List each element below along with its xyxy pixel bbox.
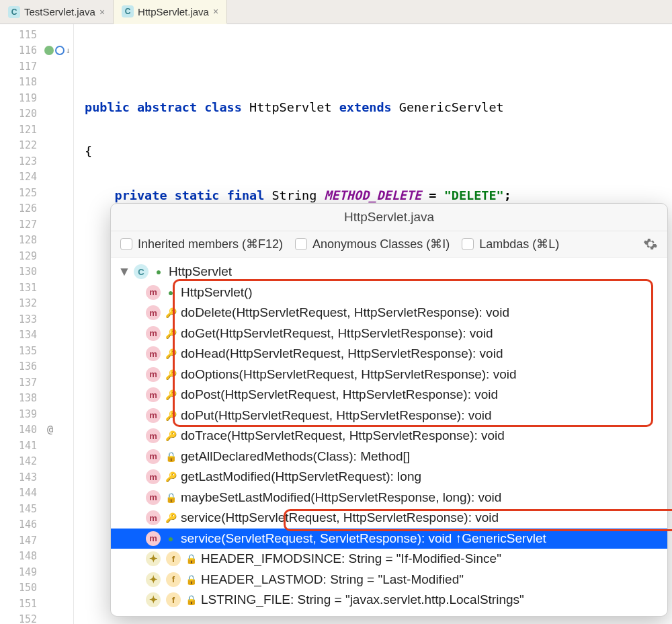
structure-item-label: HEADER_IFMODSINCE: String = "If-Modified… <box>201 551 501 566</box>
tree-root[interactable]: ▼ C ● HttpServlet <box>111 262 667 282</box>
method-icon: m <box>146 469 161 484</box>
class-name: GenericServlet <box>399 100 504 114</box>
tab-label: HttpServlet.java <box>138 6 209 17</box>
chevron-down-icon[interactable]: ▼ <box>120 264 128 279</box>
visibility-icon: 🔑 <box>166 390 175 399</box>
structure-item-label: doGet(HttpServletRequest, HttpServletRes… <box>181 326 493 341</box>
structure-item[interactable]: ✦f🔒HEADER_IFMODSINCE: String = "If-Modif… <box>111 549 667 570</box>
field-icon: f <box>166 592 181 607</box>
gutter-line: 125 <box>0 185 73 201</box>
gutter-line: 120 <box>0 106 73 122</box>
gutter-line: 152 <box>0 612 73 625</box>
gutter-line: 129 <box>0 248 73 264</box>
gutter-line: 127 <box>0 217 73 233</box>
method-icon: m <box>146 490 161 505</box>
tab-label: TestServlet.java <box>24 6 95 17</box>
structure-item[interactable]: m🔑doPut(HttpServletRequest, HttpServletR… <box>111 405 667 426</box>
visibility-icon: 🔒 <box>166 452 175 461</box>
annotation-marker: @ <box>47 424 53 436</box>
structure-item[interactable]: m🔑doDelete(HttpServletRequest, HttpServl… <box>111 303 667 323</box>
structure-item-label: doDelete(HttpServletRequest, HttpServlet… <box>181 305 509 320</box>
visibility-icon: 🔒 <box>186 554 196 563</box>
static-field-icon: ✦ <box>146 572 161 587</box>
structure-item[interactable]: m🔑doTrace(HttpServletRequest, HttpServle… <box>111 426 667 446</box>
structure-item-label: getAllDeclaredMethods(Class): Method[] <box>181 449 410 464</box>
method-icon: m <box>146 510 161 525</box>
structure-item-label: LSTRING_FILE: String = "javax.servlet.ht… <box>201 592 524 607</box>
check-label: Anonymous Classes (⌘I) <box>312 237 450 251</box>
structure-item[interactable]: m🔒maybeSetLastModified(HttpServletRespon… <box>111 488 667 508</box>
gutter-line: 124 <box>0 169 73 186</box>
popup-title: HttpServlet.java <box>111 204 667 231</box>
structure-item[interactable]: m🔑doOptions(HttpServletRequest, HttpServ… <box>111 364 667 385</box>
check-lambdas[interactable]: Lambdas (⌘L) <box>462 237 559 251</box>
gutter-line: 121 <box>0 122 73 138</box>
brace: { <box>74 143 672 159</box>
structure-item-label: service(HttpServletRequest, HttpServletR… <box>181 510 499 525</box>
gutter-line: 150 <box>0 580 73 596</box>
gutter-line: 118 <box>0 75 73 91</box>
structure-item[interactable]: ✦f🔒HEADER_LASTMOD: String = "Last-Modifi… <box>111 570 667 590</box>
gear-icon[interactable] <box>643 237 658 251</box>
gutter-line: 143 <box>0 469 73 485</box>
visibility-icon: 🔒 <box>166 493 175 502</box>
visibility-icon: 🔑 <box>166 370 175 379</box>
tab-testservlet[interactable]: C TestServlet.java × <box>0 0 114 24</box>
structure-item[interactable]: m🔒getAllDeclaredMethods(Class): Method[] <box>111 446 667 467</box>
gutter-line: 130 <box>0 264 73 280</box>
gutter-line: 117 <box>0 58 73 75</box>
gutter-line: 140@ <box>0 422 73 438</box>
method-icon: m <box>146 531 161 546</box>
static-field-icon: ✦ <box>146 592 161 607</box>
java-class-icon: C <box>8 6 20 18</box>
gutter-line: 133 <box>0 311 73 327</box>
method-icon: m <box>146 305 161 320</box>
structure-item-label: maybeSetLastModified(HttpServletResponse… <box>181 490 501 505</box>
structure-item[interactable]: m🔑doPost(HttpServletRequest, HttpServlet… <box>111 385 667 405</box>
structure-item[interactable]: m●service(ServletRequest, ServletRespons… <box>111 529 667 549</box>
structure-item[interactable]: m🔑doHead(HttpServletRequest, HttpServlet… <box>111 344 667 364</box>
structure-item-label: HttpServlet() <box>181 285 253 300</box>
line-gutter: 115116↓117118119120121122123124125126127… <box>0 24 74 624</box>
checkbox-icon <box>120 238 132 250</box>
tab-httpservlet[interactable]: C HttpServlet.java × <box>114 0 227 24</box>
gutter-line: 122 <box>0 138 73 154</box>
gutter-line: 138 <box>0 391 73 407</box>
visibility-icon: 🔑 <box>166 431 175 440</box>
structure-item-label: doPut(HttpServletRequest, HttpServletRes… <box>181 408 492 423</box>
checkbox-icon <box>462 238 474 250</box>
close-icon[interactable]: × <box>99 7 105 17</box>
gutter-line: 115 <box>0 27 73 43</box>
structure-item[interactable]: m🔑service(HttpServletRequest, HttpServle… <box>111 508 667 529</box>
keyword: public abstract class <box>85 100 242 114</box>
check-inherited[interactable]: Inherited members (⌘F12) <box>120 237 283 251</box>
structure-item[interactable]: m🔑getLastModified(HttpServletRequest): l… <box>111 467 667 488</box>
structure-item-label: service(ServletRequest, ServletResponse)… <box>181 531 546 546</box>
field-icon: f <box>166 572 181 587</box>
visibility-icon: 🔑 <box>166 411 175 420</box>
structure-item[interactable]: ✦f🔒LSTRING_FILE: String = "javax.servlet… <box>111 590 667 611</box>
gutter-line: 128 <box>0 233 73 249</box>
check-anonymous[interactable]: Anonymous Classes (⌘I) <box>295 237 450 251</box>
check-label: Lambdas (⌘L) <box>479 237 559 251</box>
structure-item[interactable]: m●HttpServlet() <box>111 282 667 303</box>
structure-item[interactable]: m🔑doGet(HttpServletRequest, HttpServletR… <box>111 323 667 344</box>
check-label: Inherited members (⌘F12) <box>138 237 283 251</box>
visibility-icon: 🔑 <box>166 513 175 522</box>
method-icon: m <box>146 367 161 382</box>
gutter-line: 145 <box>0 501 73 517</box>
gutter-line: 134 <box>0 327 73 344</box>
visibility-icon: 🔑 <box>166 308 175 317</box>
arrow-down-icon: ↓ <box>66 46 71 55</box>
editor-tabs: C TestServlet.java × C HttpServlet.java … <box>0 0 672 24</box>
gutter-line: 144 <box>0 485 73 502</box>
structure-item-label: getLastModified(HttpServletRequest): lon… <box>181 469 421 484</box>
gutter-line: 126 <box>0 201 73 217</box>
checkbox-icon <box>295 238 307 250</box>
method-icon: m <box>146 449 161 464</box>
structure-tree[interactable]: ▼ C ● HttpServlet m●HttpServlet()m🔑doDel… <box>111 258 667 616</box>
gutter-line: 123 <box>0 153 73 169</box>
close-icon[interactable]: × <box>213 6 218 17</box>
structure-item-label: doPost(HttpServletRequest, HttpServletRe… <box>181 387 498 402</box>
tree-label: HttpServlet <box>169 264 232 279</box>
